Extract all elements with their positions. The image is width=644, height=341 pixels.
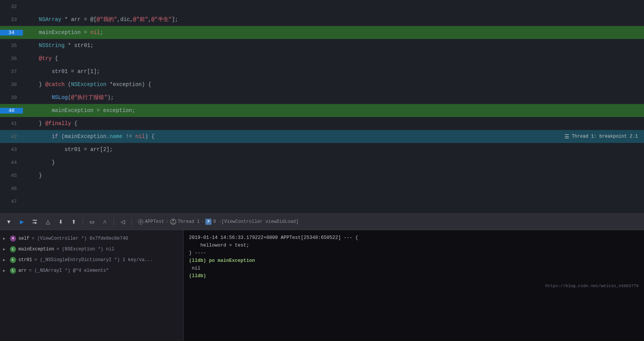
bottom-panel: ▶Aself = (ViewController *) 0x7fde0ec0e7… <box>0 230 644 341</box>
var-name: arr <box>18 268 27 273</box>
line-number-34: 34 <box>0 30 23 36</box>
var-value: = (ViewController *) 0x7fde0ec0e740 <box>32 236 128 241</box>
type-badge: A <box>10 235 16 242</box>
code-content-45: } <box>23 169 644 182</box>
type-badge: L <box>10 246 16 252</box>
token: NSLog <box>52 94 68 101</box>
code-line-43: 43 str01 = arr[2]; <box>0 143 644 156</box>
var-name: mainException <box>18 247 54 252</box>
token: nil <box>135 133 145 140</box>
continue-button[interactable]: ▶ <box>16 216 28 227</box>
token: @try <box>39 55 52 62</box>
console-line: } ---- <box>189 249 639 257</box>
svg-point-2 <box>172 220 174 221</box>
separator-2 <box>114 218 114 226</box>
breadcrumb-thread: Thread 1 <box>178 219 200 224</box>
token: NSException <box>71 81 106 88</box>
console-line: 2019-01-14 14:56:33.179222+0800 APPTest[… <box>189 234 639 242</box>
console-panel[interactable]: 2019-01-14 14:56:33.179222+0800 APPTest[… <box>184 230 644 341</box>
show-hide-button[interactable]: ▼ <box>3 216 15 227</box>
line-number-43: 43 <box>0 147 23 153</box>
variable-item[interactable]: ▶Larr = (_NSArrayI *) @"4 elements" <box>0 265 183 276</box>
separator-1 <box>83 218 83 226</box>
token: != <box>122 133 135 140</box>
code-content-37: str01 = arr[1]; <box>23 65 644 78</box>
token: { <box>52 55 58 62</box>
line-number-38: 38 <box>0 82 23 88</box>
var-name: self <box>18 236 29 241</box>
breadcrumb-item-apptest[interactable]: ⊙ APPTest <box>138 219 164 224</box>
token: ); <box>107 94 114 101</box>
token <box>26 133 52 140</box>
variable-item[interactable]: ▶Aself = (ViewController *) 0x7fde0ec0e7… <box>0 233 183 244</box>
step-over-button[interactable] <box>29 216 41 227</box>
breadcrumb-item-thread[interactable]: Thread 1 <box>170 219 200 225</box>
type-badge: L <box>10 268 16 274</box>
breadcrumb-item-viewcontroller[interactable]: P 0 -[ViewController viewDidLoad] <box>205 219 298 225</box>
code-line-34: 34 mainException = nil; <box>0 26 644 39</box>
token: * str01; <box>65 42 94 49</box>
token: mainException = exception; <box>26 107 135 114</box>
chevron-icon-1: › <box>166 219 168 224</box>
line-number-42: 42 <box>0 134 23 140</box>
chevron-icon-2: › <box>201 219 204 224</box>
line-number-45: 45 <box>0 173 23 179</box>
code-line-32: 32 <box>0 0 644 13</box>
variables-panel[interactable]: ▶Aself = (ViewController *) 0x7fde0ec0e7… <box>0 230 184 341</box>
token: ( <box>65 81 71 88</box>
expand-icon[interactable]: ▶ <box>3 268 8 273</box>
code-content-44: } <box>23 156 644 169</box>
line-number-37: 37 <box>0 69 23 75</box>
breadcrumb-viewcontroller: 0 -[ViewController viewDidLoad] <box>213 219 298 224</box>
location-button[interactable]: ◁ <box>117 216 128 227</box>
line-number-39: 39 <box>0 95 23 101</box>
globe-icon: ⊙ <box>138 219 143 224</box>
token: @"我的" <box>97 16 117 23</box>
var-name: str01 <box>18 257 32 263</box>
token: str01 = arr[1]; <box>26 68 100 75</box>
token: mainException = <box>26 29 90 36</box>
step-into-button[interactable]: △ <box>42 216 54 227</box>
variable-item[interactable]: ▶LmainException = (NSException *) nil <box>0 244 183 255</box>
var-value: = (_NSArrayI *) @"4 elements" <box>29 268 109 273</box>
console-line: (lldb) <box>189 272 639 280</box>
token: @catch <box>45 81 64 88</box>
code-content-41: } @finally { <box>23 117 644 130</box>
expand-icon[interactable]: ▶ <box>3 247 8 252</box>
code-line-47: 47 <box>0 195 644 208</box>
code-line-46: 46 <box>0 182 644 195</box>
step-up-button[interactable]: ⬆ <box>68 216 80 227</box>
svg-rect-0 <box>33 220 37 221</box>
separator-3 <box>132 218 132 226</box>
share-button[interactable]: ⑃ <box>99 216 111 227</box>
code-line-42: 42 if (mainException.name != nil) {☰Thre… <box>0 130 644 143</box>
line-number-41: 41 <box>0 121 23 127</box>
token: @"执行了报错" <box>71 94 107 101</box>
token: @"半生" <box>151 16 172 23</box>
toggle-view-button[interactable]: ▭ <box>86 216 98 227</box>
line-number-40: 40 <box>0 108 23 114</box>
token: @"前" <box>133 16 148 23</box>
code-content-36: @try { <box>23 52 644 65</box>
expand-icon[interactable]: ▶ <box>3 258 8 262</box>
token: { <box>71 120 78 127</box>
code-content-42: if (mainException.name != nil) { <box>23 130 644 143</box>
code-content-38: } @catch (NSException *exception) { <box>23 78 644 91</box>
type-badge: L <box>10 257 16 263</box>
expand-icon[interactable]: ▶ <box>3 236 8 241</box>
code-editor: 3233 NSArray * arr = @[@"我的",dic,@"前",@"… <box>0 0 644 213</box>
code-line-38: 38 } @catch (NSException *exception) { <box>0 78 644 91</box>
token <box>26 42 39 49</box>
code-line-41: 41 } @finally { <box>0 117 644 130</box>
token: NSArray <box>39 16 62 23</box>
console-line: nil <box>189 265 639 272</box>
code-content-34: mainException = nil; <box>23 26 644 39</box>
token <box>26 55 39 62</box>
step-out-button[interactable]: ⬇ <box>55 216 67 227</box>
token: , <box>148 16 151 23</box>
token: } <box>26 159 55 166</box>
variable-item[interactable]: ▶Lstr01 = (_NSSingleEntryDictionaryI *) … <box>0 255 183 265</box>
token: (mainException. <box>58 133 109 140</box>
code-content-33: NSArray * arr = @[@"我的",dic,@"前",@"半生"]; <box>23 13 644 26</box>
token: ]; <box>172 16 178 23</box>
